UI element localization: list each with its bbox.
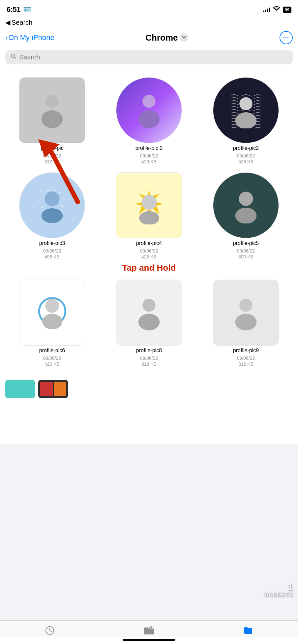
file-name: profile-pic3 [39, 240, 65, 246]
svg-line-12 [54, 189, 55, 191]
svg-point-22 [45, 191, 60, 206]
signal-bar-2 [265, 10, 266, 12]
file-name: profile-pic9 [233, 348, 259, 354]
file-item[interactable]: profile-pic9 09/06/22 312 KB [199, 280, 293, 367]
file-grid-section: profile-pic 09/06/22 312 KB profile-pic … [0, 69, 298, 444]
file-item[interactable]: profile-pic8 09/06/22 312 KB [102, 280, 196, 367]
file-item[interactable]: profile-pic6 09/06/22 420 KB [5, 280, 99, 367]
svg-point-32 [141, 195, 157, 210]
search-back-row: ◀ Search [0, 17, 298, 29]
svg-point-5 [138, 110, 160, 128]
file-grid: profile-pic 09/06/22 312 KB profile-pic … [0, 69, 298, 367]
file-thumbnail [116, 77, 182, 143]
svg-point-3 [42, 110, 63, 128]
svg-point-34 [239, 192, 253, 206]
svg-point-7 [235, 112, 257, 128]
file-thumbnail [19, 172, 85, 238]
file-item[interactable]: profile-pic 09/06/22 312 KB [5, 77, 99, 164]
tap-hold-annotation: Tap and Hold [5, 263, 293, 273]
file-size: 425 KB [141, 254, 157, 259]
svg-point-4 [142, 95, 156, 108]
watermark: 1 GADGETS [264, 583, 293, 598]
status-bar: 6:51 🪪 99 [0, 0, 298, 17]
navigation-bar: ‹ On My iPhone Chrome ··· [0, 29, 298, 48]
signal-bars [263, 7, 270, 12]
file-item[interactable]: profile-pic5 09/06/22 390 KB [199, 172, 293, 259]
file-name: profile-pic6 [39, 348, 65, 354]
file-date: 09/06/22 [43, 248, 61, 254]
svg-point-41 [239, 299, 253, 312]
thumb-simple [116, 280, 182, 345]
file-date: 09/06/22 [43, 153, 61, 158]
file-size: 390 KB [238, 254, 253, 259]
file-thumbnail [19, 280, 85, 346]
svg-line-17 [61, 205, 63, 207]
svg-point-23 [42, 208, 63, 223]
search-container [0, 48, 298, 69]
file-date: 09/06/22 [237, 248, 255, 254]
file-thumbnail [19, 77, 85, 143]
file-thumbnail [116, 172, 182, 238]
file-item[interactable]: profile-pic3 09/06/22 498 KB [5, 172, 99, 259]
thumb-circle-blue [19, 280, 85, 345]
svg-line-14 [63, 198, 65, 200]
svg-point-33 [139, 211, 159, 224]
back-arrow-icon[interactable]: ‹ [5, 33, 8, 42]
wifi-icon [273, 6, 280, 13]
file-thumbnail [213, 77, 279, 143]
preview-orange [54, 382, 66, 396]
search-icon [11, 53, 16, 61]
svg-point-6 [239, 97, 253, 110]
preview-strip [0, 380, 298, 405]
file-thumbnail [116, 280, 182, 346]
watermark-brand: GADGETS [264, 592, 293, 598]
svg-point-38 [42, 314, 62, 329]
file-item[interactable]: profile-pic2 09/06/22 528 KB [199, 77, 293, 164]
file-size: 312 KB [45, 159, 60, 164]
svg-point-47 [150, 627, 152, 629]
nav-left[interactable]: ‹ On My iPhone [5, 33, 54, 42]
file-name: profile-pic 2 [135, 145, 163, 151]
file-size: 312 KB [238, 361, 253, 367]
file-date: 09/06/22 [140, 153, 158, 158]
svg-line-16 [42, 205, 44, 208]
file-size: 429 KB [141, 159, 157, 164]
svg-line-11 [46, 190, 48, 191]
file-size: 312 KB [141, 361, 157, 367]
file-size: 498 KB [45, 254, 60, 259]
svg-point-39 [142, 299, 156, 312]
svg-line-20 [49, 189, 51, 191]
svg-point-35 [235, 208, 257, 223]
signal-bar-3 [267, 9, 268, 12]
file-item[interactable]: profile-pic4 09/06/22 425 KB [102, 172, 196, 259]
search-back-arrow: ◀ [5, 18, 10, 26]
more-button[interactable]: ··· [280, 31, 293, 44]
svg-point-40 [138, 314, 160, 330]
file-date: 09/06/22 [43, 356, 61, 361]
signal-bar-1 [263, 11, 264, 12]
thumb-confetti [19, 173, 85, 238]
thumb-halftone [116, 78, 182, 143]
id-icon: 🪪 [23, 6, 31, 14]
file-name: profile-pic4 [136, 240, 162, 246]
status-time: 6:51 [7, 5, 20, 14]
file-date: 09/06/22 [140, 248, 158, 254]
file-thumbnail [213, 172, 279, 238]
search-bar[interactable] [5, 50, 293, 64]
file-name: profile-pic8 [136, 348, 162, 354]
file-date: 09/06/22 [237, 356, 255, 361]
status-icons: 99 [263, 6, 291, 13]
home-indicator-bar [0, 637, 298, 644]
file-thumbnail [213, 280, 279, 346]
search-back-label: Search [12, 19, 32, 26]
title-chevron-icon[interactable] [180, 33, 188, 42]
back-button[interactable]: On My iPhone [8, 33, 54, 42]
search-input[interactable] [19, 53, 287, 61]
file-date: 09/06/22 [237, 153, 255, 158]
file-name: profile-pic2 [233, 145, 259, 151]
svg-line-45 [50, 630, 51, 632]
svg-line-10 [40, 190, 43, 192]
file-item[interactable]: profile-pic 2 09/06/22 429 KB [102, 77, 196, 164]
svg-line-1 [15, 57, 16, 59]
watermark-number: 1 [264, 583, 293, 592]
